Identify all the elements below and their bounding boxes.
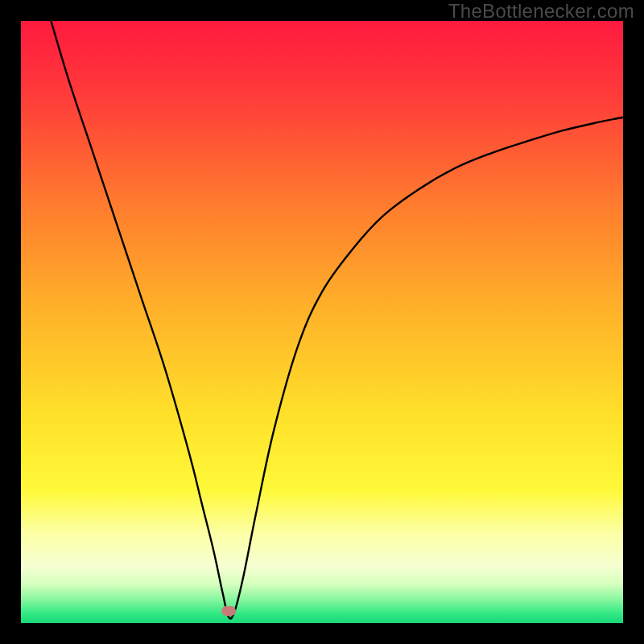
watermark-text: TheBottlenecker.com xyxy=(448,0,634,23)
plot-background xyxy=(21,21,623,623)
bottleneck-chart xyxy=(21,21,623,623)
optimal-point-marker xyxy=(221,606,236,616)
chart-frame: TheBottlenecker.com xyxy=(0,0,644,644)
